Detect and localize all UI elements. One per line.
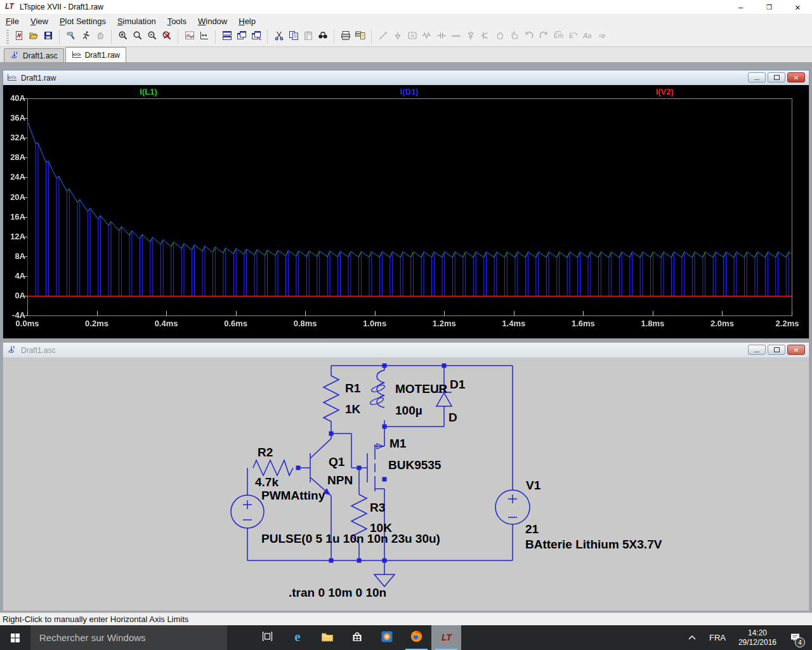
x-axis-tick-label: 1.4ms bbox=[494, 319, 534, 328]
junction-dot bbox=[383, 425, 387, 429]
taskbar-app-firefox[interactable] bbox=[402, 625, 431, 650]
print-preview-button[interactable] bbox=[353, 29, 367, 44]
menu-item-view[interactable]: View bbox=[25, 17, 54, 26]
capacitor-icon bbox=[436, 30, 447, 43]
notifications-button[interactable]: 4 bbox=[784, 625, 806, 650]
ground-button bbox=[390, 29, 405, 44]
menu-item-tools[interactable]: Tools bbox=[162, 17, 192, 26]
waveform-window-titlebar[interactable]: Draft1.raw bbox=[3, 70, 809, 85]
move-button bbox=[492, 29, 507, 44]
new-schematic-button[interactable] bbox=[11, 29, 26, 44]
x-axis-tick-label: 0.4ms bbox=[146, 319, 187, 328]
mdi-area: Draft1.raw I(L1)I(D1)I(V2) 40A36A32A28A2… bbox=[0, 63, 812, 613]
print-preview-icon bbox=[355, 30, 365, 43]
halt-icon bbox=[95, 30, 105, 43]
tile-vertical-button[interactable] bbox=[219, 29, 234, 44]
svg-text:LT: LT bbox=[5, 2, 15, 11]
x-axis-tick-label: 1.0ms bbox=[355, 319, 395, 328]
schematic-canvas-area[interactable]: R11KMOTEUR100µD1DM1BUK9535R24.7kQ1NPNPWM… bbox=[3, 357, 809, 611]
search-input[interactable] bbox=[30, 625, 227, 650]
trace-label-I(L1)[interactable]: I(L1) bbox=[110, 87, 187, 96]
zoom-in-button[interactable] bbox=[115, 29, 130, 44]
language-indicator[interactable]: FRA bbox=[704, 633, 731, 642]
waveform-restore-button[interactable] bbox=[768, 72, 785, 83]
menu-item-window[interactable]: Window bbox=[192, 17, 233, 26]
toolbar-separator bbox=[371, 30, 376, 44]
schematic-label: BAtterie Lithium 5X3.7V bbox=[525, 538, 662, 551]
menu-item-simulation[interactable]: Simulation bbox=[112, 17, 162, 26]
maximize-button[interactable] bbox=[755, 0, 783, 15]
x-axis-tick-label: 1.2ms bbox=[424, 319, 464, 328]
mirror-button: Em bbox=[551, 29, 565, 44]
x-axis-tick-label: 0.8ms bbox=[285, 319, 325, 328]
schematic-drawing[interactable]: R11KMOTEUR100µD1DM1BUK9535R24.7kQ1NPNPWM… bbox=[3, 357, 809, 611]
taskbar-app-file-explorer[interactable] bbox=[312, 625, 342, 650]
run-icon bbox=[81, 30, 91, 43]
junction-dot bbox=[329, 559, 334, 563]
tab-draft1.raw[interactable]: Draft1.raw bbox=[65, 47, 126, 62]
plot-settings-button[interactable] bbox=[182, 29, 197, 44]
cascade-button[interactable] bbox=[249, 29, 263, 44]
x-axis-tick-label: 2.0ms bbox=[702, 319, 742, 328]
trace-label-I(V2)[interactable]: I(V2) bbox=[627, 87, 703, 96]
schematic-label: NPN bbox=[327, 474, 353, 487]
bjt-icon bbox=[480, 30, 490, 43]
x-axis-tick-label: 0.2ms bbox=[77, 319, 117, 328]
schematic-window-titlebar[interactable]: Draft1.asc bbox=[3, 343, 809, 357]
waveform-minimize-button[interactable] bbox=[748, 72, 766, 83]
move-icon bbox=[495, 30, 505, 43]
menu-item-help[interactable]: Help bbox=[233, 17, 261, 26]
toolbar-separator bbox=[59, 30, 63, 44]
print-button[interactable] bbox=[338, 29, 353, 44]
trace-label-I(D1)[interactable]: I(D1) bbox=[371, 87, 447, 96]
junction-dot bbox=[329, 432, 334, 436]
open-button[interactable] bbox=[26, 29, 41, 44]
copy-button[interactable] bbox=[286, 29, 301, 44]
y-axis-tick-label: 40A bbox=[3, 93, 25, 103]
taskbar-search[interactable] bbox=[30, 625, 227, 650]
paste-button bbox=[301, 29, 315, 44]
waveform-canvas[interactable] bbox=[3, 85, 809, 338]
minimize-button[interactable] bbox=[726, 0, 755, 15]
taskbar-app-media-player[interactable] bbox=[372, 625, 402, 650]
status-message: Right-Click to manually enter Horizontal… bbox=[3, 614, 188, 624]
spice-directive-button: .op bbox=[594, 29, 609, 44]
waveform-close-button[interactable] bbox=[787, 72, 805, 83]
spice-directive-icon: .op bbox=[597, 30, 607, 43]
clock[interactable]: 14:20 29/12/2016 bbox=[733, 628, 782, 647]
menu-item-file[interactable]: File bbox=[0, 17, 25, 26]
text-button: Aa bbox=[580, 29, 594, 44]
open-icon bbox=[29, 30, 39, 43]
zoom-back-button[interactable] bbox=[130, 29, 145, 44]
zoom-out-button[interactable] bbox=[145, 29, 159, 44]
y-axis-tick-label: 8A bbox=[3, 251, 25, 261]
zoom-extents-button[interactable] bbox=[159, 29, 174, 44]
tile-horizontal-button[interactable] bbox=[234, 29, 249, 44]
save-button[interactable] bbox=[41, 29, 55, 44]
schematic-label: 21 bbox=[525, 522, 539, 536]
start-button[interactable] bbox=[0, 625, 30, 650]
taskbar-app-store[interactable] bbox=[342, 625, 372, 650]
schematic-minimize-button[interactable] bbox=[748, 345, 766, 355]
undo-button bbox=[521, 29, 536, 44]
new-schematic-icon bbox=[14, 30, 24, 43]
taskbar-app-ltspice[interactable]: LT bbox=[431, 625, 461, 650]
run-button[interactable] bbox=[78, 29, 93, 44]
waveform-plot-area[interactable]: I(L1)I(D1)I(V2) 40A36A32A28A24A20A16A12A… bbox=[3, 85, 809, 338]
menu-item-plot-settings[interactable]: Plot Settings bbox=[54, 17, 112, 26]
tray-chevron-icon[interactable] bbox=[683, 633, 702, 643]
tab-draft1.asc[interactable]: Draft1.asc bbox=[4, 48, 64, 62]
paste-icon bbox=[303, 30, 313, 43]
schematic-label: D1 bbox=[450, 378, 466, 391]
find-button[interactable] bbox=[315, 29, 330, 44]
schematic-restore-button[interactable] bbox=[768, 345, 785, 355]
taskbar-app-task-view[interactable] bbox=[252, 625, 282, 650]
cut-button[interactable] bbox=[272, 29, 286, 44]
taskbar-app-edge[interactable]: e bbox=[282, 625, 312, 650]
tab-label: Draft1.raw bbox=[85, 51, 120, 60]
control-panel-button[interactable] bbox=[63, 29, 78, 44]
file-explorer-icon bbox=[321, 631, 334, 645]
schematic-close-button[interactable] bbox=[787, 345, 805, 355]
close-button[interactable] bbox=[783, 0, 812, 15]
autorange-button[interactable] bbox=[197, 29, 211, 44]
